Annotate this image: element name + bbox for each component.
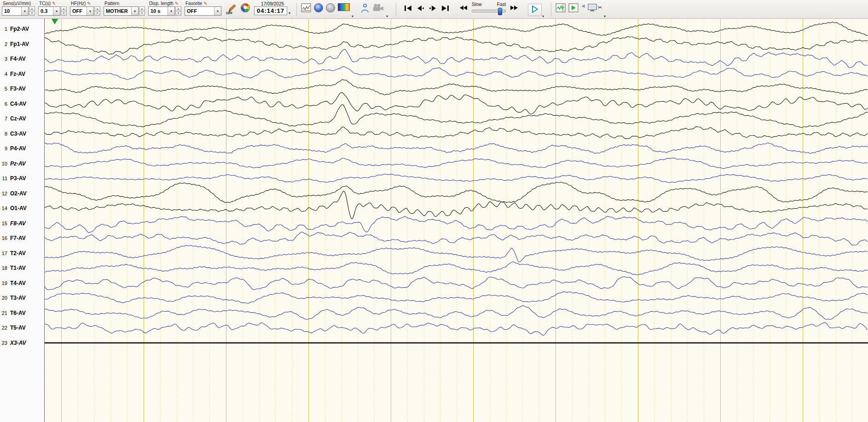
datetime-dropdown-arrow[interactable]: ▾ bbox=[288, 11, 291, 15]
channel-label-row[interactable]: 10Pz-AV bbox=[0, 160, 44, 167]
hf-value: OFF bbox=[70, 8, 87, 14]
video-dropdown-arrow[interactable]: ▾ bbox=[386, 14, 388, 18]
speed-slider-handle[interactable] bbox=[498, 8, 502, 15]
channel-number: 1 bbox=[0, 26, 7, 32]
channel-label-row[interactable]: 20T3-AV bbox=[0, 294, 44, 302]
favorite-edit-pencil-icon[interactable]: ✎ bbox=[203, 1, 207, 6]
channel-label: F8-AV bbox=[10, 220, 26, 227]
brain-map-button[interactable] bbox=[314, 3, 323, 12]
channel-label-row[interactable]: 8C3-AV bbox=[0, 130, 44, 137]
pattern-control: Pattern MOTHER ▾ ▲ ▼ bbox=[104, 0, 145, 16]
channel-label-row[interactable]: 22T5-AV bbox=[0, 324, 44, 331]
clip-dropdown-arrow[interactable]: ▾ bbox=[603, 14, 606, 18]
rewind-button[interactable] bbox=[458, 4, 469, 11]
speed-slider-track[interactable] bbox=[472, 10, 506, 12]
montage-globe-button[interactable] bbox=[241, 3, 250, 12]
pattern-spin-down[interactable]: ▼ bbox=[139, 11, 145, 16]
play-icon bbox=[531, 5, 539, 13]
review-waveform-button[interactable] bbox=[556, 3, 566, 12]
hf-label: HF(Hz) bbox=[71, 1, 86, 6]
back-arrow-button[interactable]: ◀ bbox=[581, 3, 585, 8]
channel-label: Pz-AV bbox=[10, 160, 26, 167]
channel-label-row[interactable]: 2Fp1-AV bbox=[0, 40, 44, 48]
hf-edit-pencil-icon[interactable]: ✎ bbox=[87, 1, 91, 6]
skip-to-end-button[interactable] bbox=[440, 4, 451, 12]
sens-combobox[interactable]: 10 ▾ bbox=[2, 6, 29, 16]
tc-dropdown-arrow[interactable]: ▾ bbox=[53, 7, 60, 15]
channel-label-row[interactable]: 5F3-AV bbox=[0, 85, 44, 92]
eeg-canvas[interactable] bbox=[45, 19, 868, 422]
tc-spin-down[interactable]: ▼ bbox=[61, 11, 67, 16]
favorite-combobox[interactable]: OFF ▾ bbox=[185, 6, 221, 16]
channel-label-row[interactable]: 15F8-AV bbox=[0, 220, 44, 227]
tc-combobox[interactable]: 0.3 ▾ bbox=[38, 6, 60, 16]
channel-label: C3-AV bbox=[10, 131, 26, 137]
pattern-combobox[interactable]: MOTHER ▾ bbox=[104, 6, 139, 16]
video-button[interactable] bbox=[372, 3, 384, 12]
channel-label-row[interactable]: 7Cz-AV bbox=[0, 115, 44, 122]
sens-dropdown-arrow[interactable]: ▾ bbox=[21, 7, 28, 15]
map-disabled-button[interactable] bbox=[326, 3, 335, 12]
speed-control: Slow Fast bbox=[472, 2, 506, 12]
step-back-button[interactable] bbox=[415, 4, 426, 12]
disp-length-spin-up[interactable]: ▲ bbox=[175, 6, 181, 11]
channel-label-row[interactable]: 11P3-AV bbox=[0, 175, 44, 182]
hf-spin-up[interactable]: ▲ bbox=[94, 6, 100, 11]
channel-number: 17 bbox=[0, 251, 7, 256]
disp-length-combobox[interactable]: 10 s ▾ bbox=[148, 6, 175, 16]
sens-label: Sens(uV/mm) bbox=[3, 1, 31, 6]
play-dropdown-arrow[interactable]: ▾ bbox=[542, 14, 544, 18]
channel-label-row[interactable]: 12O2-AV bbox=[0, 190, 44, 197]
tc-control: TC(s) ✎ 0.3 ▾ ▲ ▼ bbox=[38, 0, 67, 16]
disp-length-dropdown-arrow[interactable]: ▾ bbox=[168, 7, 174, 15]
review-play-button[interactable] bbox=[568, 3, 579, 12]
channel-label-row[interactable]: 1Fp2-AV bbox=[0, 25, 44, 33]
channel-label-row[interactable]: 21T6-AV bbox=[0, 309, 44, 317]
trend-graph-button[interactable] bbox=[301, 3, 311, 12]
pattern-dropdown-arrow[interactable]: ▾ bbox=[131, 7, 138, 15]
date-label: 17/09/2025 bbox=[261, 1, 284, 6]
video-icon bbox=[372, 3, 384, 12]
annotation-pen-button[interactable]: OFF bbox=[226, 3, 238, 15]
channel-label-row[interactable]: 9P4-AV bbox=[0, 145, 44, 152]
patient-info-button[interactable] bbox=[360, 3, 370, 13]
channel-label-row[interactable]: 17T2-AV bbox=[0, 250, 44, 257]
sens-value: 10 bbox=[2, 8, 21, 14]
position-marker[interactable] bbox=[52, 19, 58, 24]
channel-label-row[interactable]: 19T4-AV bbox=[0, 279, 44, 287]
channel-label-row[interactable]: 14O1-AV bbox=[0, 205, 44, 212]
tc-label: TC(s) bbox=[39, 1, 51, 6]
display-mode-dropdown-arrow[interactable]: ▾ bbox=[351, 14, 354, 18]
disp-length-edit-pencil-icon[interactable]: ✎ bbox=[175, 1, 179, 6]
disp-length-spin-down[interactable]: ▼ bbox=[175, 11, 181, 16]
toolbar-separator bbox=[296, 3, 297, 17]
hf-spin-down[interactable]: ▼ bbox=[94, 11, 100, 16]
step-forward-button[interactable] bbox=[428, 4, 438, 12]
hf-combobox[interactable]: OFF ▾ bbox=[70, 6, 94, 16]
hf-dropdown-arrow[interactable]: ▾ bbox=[87, 7, 93, 15]
channel-label: T6-AV bbox=[10, 310, 26, 316]
favorite-dropdown-arrow[interactable]: ▾ bbox=[214, 7, 221, 15]
pattern-spin-up[interactable]: ▲ bbox=[139, 6, 145, 11]
dsa-spectrogram-button[interactable] bbox=[338, 3, 350, 11]
speed-slow-label: Slow bbox=[472, 2, 482, 8]
review-play-icon bbox=[568, 3, 579, 12]
tc-edit-pencil-icon[interactable]: ✎ bbox=[52, 1, 56, 6]
channel-label-row[interactable]: 3F4-AV bbox=[0, 55, 44, 63]
tc-spin-up[interactable]: ▲ bbox=[61, 6, 67, 11]
channel-label-row[interactable]: 18T1-AV bbox=[0, 264, 44, 272]
skip-to-start-button[interactable] bbox=[403, 4, 413, 12]
map-disabled-icon bbox=[326, 3, 335, 12]
channel-label-row[interactable]: 23X3-AV bbox=[0, 339, 44, 347]
eeg-trace-area[interactable] bbox=[45, 19, 868, 422]
sens-spin-down[interactable]: ▼ bbox=[29, 11, 35, 16]
play-button[interactable] bbox=[528, 4, 542, 16]
fast-forward-button[interactable] bbox=[509, 4, 520, 11]
screen-clip-button[interactable]: ✂ bbox=[588, 3, 602, 12]
sens-spin-up[interactable]: ▲ bbox=[29, 6, 35, 11]
channel-label-row[interactable]: 4Fz-AV bbox=[0, 70, 44, 78]
channel-label-column: 1Fp2-AV2Fp1-AV3F4-AV4Fz-AV5F3-AV6C4-AV7C… bbox=[0, 19, 45, 422]
channel-label-row[interactable]: 6C4-AV bbox=[0, 100, 44, 108]
channel-label-row[interactable]: 16F7-AV bbox=[0, 234, 44, 242]
hf-control: HF(Hz) ✎ OFF ▾ ▲ ▼ bbox=[70, 0, 100, 16]
